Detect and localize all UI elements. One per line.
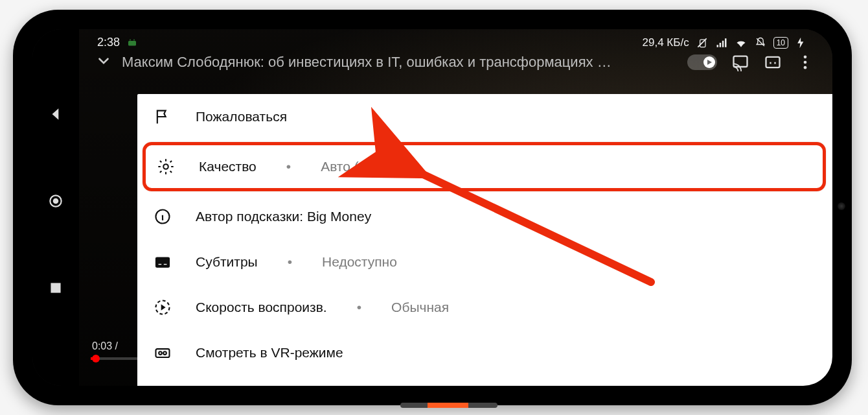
phone-bottom-accent <box>400 403 497 408</box>
svg-point-10 <box>804 61 807 64</box>
phone-screen-bezel: 2:38 29,4 КБ/с 10 Максим Слободянюк <box>32 29 832 386</box>
svg-point-20 <box>163 351 166 355</box>
menu-label: Субтитры <box>196 254 258 270</box>
video-timecode: 0:03 / <box>92 340 118 352</box>
playback-speed-icon <box>153 298 172 317</box>
svg-point-9 <box>804 56 807 59</box>
separator-dot: • <box>280 159 297 174</box>
captions-icon[interactable] <box>764 53 782 71</box>
no-sim-icon <box>696 36 709 49</box>
separator-dot: • <box>350 300 368 315</box>
svg-rect-7 <box>734 56 748 67</box>
menu-item-cards-author[interactable]: Автор подсказки: Big Money <box>137 194 832 239</box>
svg-point-12 <box>163 164 168 169</box>
android-nav-rail <box>32 29 79 386</box>
nav-back-button[interactable] <box>47 106 64 123</box>
menu-value: Авто (480p) <box>321 159 393 174</box>
info-icon <box>153 207 172 226</box>
nav-recent-button[interactable] <box>47 279 64 296</box>
more-icon[interactable] <box>796 53 814 71</box>
collapse-button[interactable] <box>95 53 113 72</box>
menu-label: Пожаловаться <box>196 109 287 124</box>
nav-home-button[interactable] <box>47 193 64 209</box>
menu-value: Недоступно <box>322 254 397 270</box>
menu-value: Обычная <box>391 300 449 315</box>
camera-notch <box>835 182 848 233</box>
battery-indicator: 10 <box>773 37 788 49</box>
menu-label: Скорость воспроизв. <box>196 300 327 315</box>
svg-point-19 <box>159 351 162 355</box>
menu-label: Автор подсказки: Big Money <box>196 209 371 224</box>
menu-item-speed[interactable]: Скорость воспроизв. • Обычная <box>137 285 832 330</box>
video-title: Максим Слободянюк: об инвестициях в IT, … <box>122 54 678 71</box>
svg-rect-15 <box>158 263 162 265</box>
menu-item-help[interactable]: Справка/отзыв <box>137 375 832 386</box>
signal-icon <box>715 36 728 49</box>
menu-item-vr[interactable]: Смотреть в VR-режиме <box>137 330 832 375</box>
svg-point-11 <box>804 66 807 69</box>
flag-icon <box>153 107 172 126</box>
svg-rect-18 <box>156 349 170 357</box>
video-screen: 2:38 29,4 КБ/с 10 Максим Слободянюк <box>79 29 832 386</box>
svg-rect-8 <box>766 57 780 67</box>
status-time: 2:38 <box>97 36 120 49</box>
android-icon <box>126 37 138 49</box>
svg-rect-3 <box>128 41 136 46</box>
svg-point-4 <box>130 39 131 40</box>
status-net-speed: 29,4 КБ/с <box>643 36 689 49</box>
notifications-off-icon <box>754 36 767 49</box>
separator-dot: • <box>281 254 299 270</box>
svg-rect-16 <box>163 263 167 265</box>
svg-point-1 <box>53 198 59 204</box>
menu-item-quality[interactable]: Качество • Авто (480p) <box>143 142 826 191</box>
vr-icon <box>153 343 172 362</box>
progress-scrubber[interactable] <box>92 355 100 362</box>
video-header: Максим Слободянюк: об инвестициях в IT, … <box>79 53 832 72</box>
captions-icon <box>153 252 172 272</box>
charging-icon <box>795 36 808 49</box>
svg-rect-14 <box>156 257 170 267</box>
battery-text: 10 <box>777 38 785 48</box>
phone-mockup: 2:38 29,4 КБ/с 10 Максим Слободянюк <box>13 10 852 405</box>
wifi-icon <box>735 36 748 49</box>
menu-label: Смотреть в VR-режиме <box>196 345 343 361</box>
menu-label: Качество <box>199 159 257 174</box>
status-bar: 2:38 29,4 КБ/с 10 <box>79 36 826 49</box>
menu-item-report[interactable]: Пожаловаться <box>137 94 832 139</box>
autoplay-toggle[interactable] <box>687 54 717 70</box>
svg-rect-2 <box>51 283 60 292</box>
cast-icon[interactable] <box>731 53 749 71</box>
player-options-menu: Пожаловаться Качество • Авто (480p) Авто… <box>137 94 832 386</box>
gear-icon <box>156 157 176 176</box>
menu-item-captions[interactable]: Субтитры • Недоступно <box>137 239 832 285</box>
svg-point-5 <box>133 39 135 40</box>
